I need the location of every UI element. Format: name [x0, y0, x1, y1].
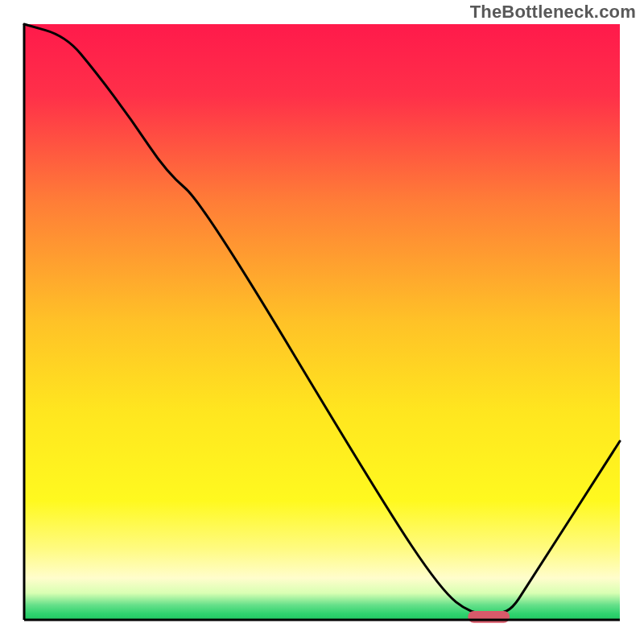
plot-background	[24, 24, 620, 620]
watermark-text: TheBottleneck.com	[470, 2, 636, 23]
bottleneck-chart	[0, 0, 644, 644]
chart-stage: TheBottleneck.com	[0, 0, 644, 644]
